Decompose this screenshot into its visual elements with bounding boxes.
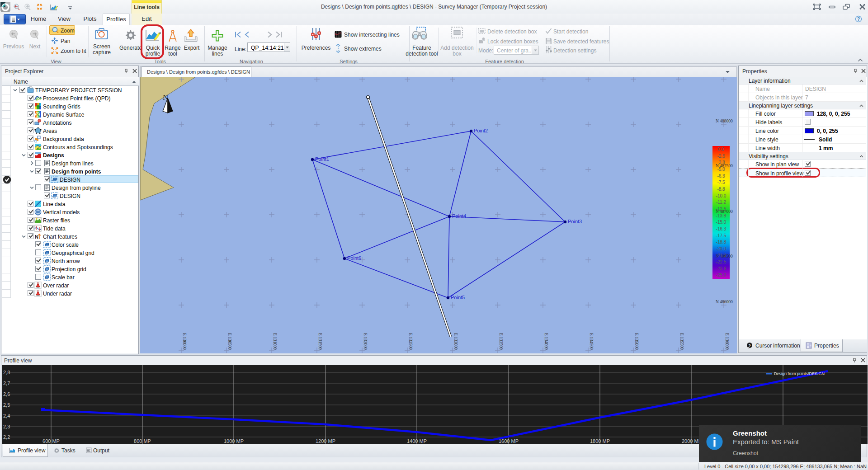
svg-text:1000 MP: 1000 MP: [224, 438, 244, 444]
svg-text:-16.3: -16.3: [716, 226, 726, 231]
svg-text:E 130000: E 130000: [182, 333, 187, 350]
svg-text:-15.0: -15.0: [716, 220, 726, 225]
svg-text:-25.0: -25.0: [716, 273, 726, 277]
svg-text:0.0: 0.0: [718, 147, 724, 152]
svg-text:E 134000: E 134000: [544, 333, 548, 350]
svg-text:-23.8: -23.8: [716, 266, 726, 271]
svg-text:Point4: Point4: [452, 213, 466, 219]
svg-text:2,5: 2,5: [3, 402, 10, 408]
svg-text:E 135500: E 135500: [679, 333, 684, 350]
svg-text:Point2: Point2: [474, 128, 488, 133]
svg-text:E 132500: E 132500: [408, 333, 413, 350]
svg-text:-7.5: -7.5: [717, 180, 725, 185]
svg-text:N 486000: N 486000: [716, 300, 733, 304]
svg-text:E 130500: E 130500: [227, 333, 232, 350]
svg-text:2,3: 2,3: [3, 424, 10, 429]
svg-text:Point3: Point3: [568, 219, 582, 224]
svg-text:-11.2: -11.2: [716, 200, 726, 205]
svg-text:1600 MP: 1600 MP: [499, 438, 519, 444]
svg-text:Point5: Point5: [451, 295, 465, 300]
svg-text:-17.5: -17.5: [716, 233, 726, 238]
svg-text:Point6: Point6: [347, 255, 361, 261]
svg-text:E 133500: E 133500: [499, 333, 503, 350]
svg-text:E 135000: E 135000: [634, 333, 639, 350]
svg-text:-21.3: -21.3: [716, 253, 726, 258]
svg-text:-13.8: -13.8: [716, 213, 726, 218]
svg-text:-18.8: -18.8: [716, 240, 726, 244]
svg-text:2,8: 2,8: [3, 370, 10, 375]
svg-text:?: ?: [748, 343, 751, 348]
svg-text:Point1: Point1: [315, 156, 329, 162]
svg-text:-6.3: -6.3: [717, 174, 725, 179]
svg-text:2,7: 2,7: [3, 381, 10, 386]
svg-text:N 488000: N 488000: [716, 119, 733, 123]
svg-text:-22.5: -22.5: [716, 259, 726, 264]
svg-text:E 134500: E 134500: [589, 333, 594, 350]
svg-text:600 MP: 600 MP: [42, 438, 60, 444]
svg-text:E 131000: E 131000: [273, 333, 277, 350]
svg-text:-8.8: -8.8: [717, 187, 725, 192]
svg-text:-12.5: -12.5: [716, 207, 726, 212]
svg-text:800 MP: 800 MP: [134, 438, 151, 444]
svg-text:E 136000: E 136000: [725, 333, 729, 350]
svg-text:-20.0: -20.0: [716, 246, 726, 251]
svg-text:2,6: 2,6: [3, 391, 10, 397]
svg-text:1200 MP: 1200 MP: [316, 438, 335, 444]
svg-text:Design from points/DESIGN: Design from points/DESIGN: [774, 371, 825, 376]
svg-text:-5.0: -5.0: [717, 167, 725, 172]
svg-text:N: N: [35, 234, 38, 240]
svg-text:1400 MP: 1400 MP: [407, 438, 427, 444]
svg-text:2,2: 2,2: [3, 434, 10, 440]
svg-text:-2.5: -2.5: [717, 154, 725, 159]
svg-text:-10.0: -10.0: [716, 193, 726, 198]
svg-text:1800 MP: 1800 MP: [590, 438, 610, 444]
svg-text:E 133000: E 133000: [453, 333, 458, 350]
svg-text:E 132000: E 132000: [363, 333, 368, 350]
svg-text:-3.8: -3.8: [717, 160, 725, 165]
svg-text:E 131500: E 131500: [318, 333, 322, 350]
svg-text:2,4: 2,4: [3, 413, 10, 418]
svg-text:?: ?: [857, 17, 860, 22]
